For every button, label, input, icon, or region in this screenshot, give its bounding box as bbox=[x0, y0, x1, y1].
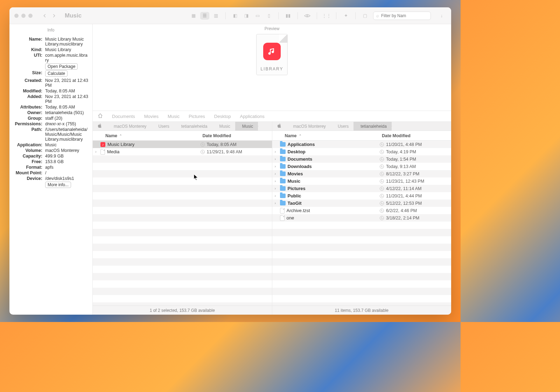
info-label: UTI: bbox=[13, 53, 42, 63]
table-row[interactable]: › Media 11/29/21, 9:48 AM bbox=[93, 148, 272, 155]
right-columns: Name ⌃ Date Modified bbox=[272, 131, 451, 141]
apple-icon[interactable] bbox=[98, 124, 102, 129]
favorite-item[interactable]: Pictures bbox=[189, 114, 205, 119]
path-crumb[interactable]: macOS Monterey bbox=[107, 122, 151, 131]
clipboard-icon[interactable]: ▢ bbox=[360, 12, 370, 20]
table-row[interactable]: › Pictures 4/12/22, 11:14 AM bbox=[272, 185, 451, 192]
info-header: Info bbox=[13, 26, 89, 36]
back-button[interactable] bbox=[41, 12, 49, 20]
file-name: Documents bbox=[288, 156, 313, 162]
path-crumb[interactable]: tetianaleheida bbox=[174, 122, 212, 131]
empty-row bbox=[272, 266, 451, 273]
disclosure-triangle-icon[interactable]: › bbox=[272, 179, 279, 183]
forward-button[interactable] bbox=[50, 12, 58, 20]
path-crumb[interactable]: Music bbox=[235, 122, 258, 131]
file-name: Archive.tzst bbox=[287, 208, 310, 213]
download-arrow-icon[interactable]: ↓ bbox=[437, 12, 446, 20]
clock-icon bbox=[380, 201, 384, 205]
eye-quicklook-icon[interactable] bbox=[303, 12, 312, 20]
col-name[interactable]: Name ⌃ bbox=[93, 133, 201, 138]
info-label: Volume: bbox=[13, 148, 42, 153]
info-label: Mount Point: bbox=[13, 170, 42, 175]
spanner-icon[interactable]: ✦ bbox=[341, 12, 350, 20]
info-label: Device: bbox=[13, 176, 42, 181]
table-row[interactable]: › Documents Today, 1:54 PM bbox=[272, 155, 451, 163]
empty-row bbox=[93, 155, 272, 163]
arrange-icon[interactable]: ⋮⋮ bbox=[322, 12, 331, 20]
pause-icon[interactable]: ▮▮ bbox=[284, 12, 293, 20]
folder-icon bbox=[280, 149, 286, 154]
calculate-button[interactable]: Calculate bbox=[45, 70, 68, 77]
empty-row bbox=[93, 258, 272, 266]
table-row[interactable]: › TaoGit 5/12/22, 12:53 PM bbox=[272, 200, 451, 207]
table-row[interactable]: › Music 11/23/21, 12:43 PM bbox=[272, 177, 451, 185]
disclosure-triangle-icon[interactable]: › bbox=[272, 194, 279, 198]
disclosure-triangle-icon[interactable]: › bbox=[272, 187, 279, 190]
empty-row bbox=[93, 177, 272, 185]
zoom-icon[interactable] bbox=[28, 14, 33, 18]
info-value: /dev/disk1s9s1 bbox=[45, 176, 89, 181]
disclosure-triangle-icon[interactable]: › bbox=[272, 172, 279, 176]
disclosure-triangle-icon[interactable]: › bbox=[272, 201, 279, 205]
path-crumb[interactable]: macOS Monterey bbox=[286, 122, 331, 131]
disclosure-triangle-icon[interactable]: › bbox=[272, 157, 279, 161]
col-name[interactable]: Name ⌃ bbox=[272, 133, 380, 138]
path-crumb[interactable]: tetianaleheida bbox=[354, 122, 392, 131]
sort-up-icon: ⌃ bbox=[119, 134, 122, 138]
more-info-button[interactable]: More info... bbox=[45, 182, 71, 188]
col-date-modified[interactable]: Date Modified bbox=[380, 133, 450, 138]
clock-icon bbox=[380, 194, 384, 198]
preview-header: Preview bbox=[265, 24, 280, 34]
col-date-modified[interactable]: Date Modified bbox=[201, 133, 271, 138]
search-field[interactable]: ⌕ bbox=[373, 12, 431, 20]
favorite-item[interactable]: Applications bbox=[240, 114, 265, 119]
window-title: Music bbox=[65, 12, 82, 19]
info-value: Nov 23, 2021 at 12:43 PM bbox=[45, 94, 89, 104]
close-icon[interactable] bbox=[14, 14, 19, 18]
empty-row bbox=[272, 236, 451, 244]
date-modified: Today, 4:19 PM bbox=[386, 149, 416, 154]
disclosure-triangle-icon[interactable]: › bbox=[272, 164, 279, 168]
table-row[interactable]: Applications 11/20/21, 4:48 PM bbox=[272, 141, 451, 148]
favorite-item[interactable]: Documents bbox=[112, 114, 135, 119]
minimize-icon[interactable] bbox=[21, 14, 26, 18]
table-row[interactable]: › Desktop Today, 4:19 PM bbox=[272, 148, 451, 155]
open-package-button[interactable]: Open Package bbox=[45, 63, 78, 70]
favorite-item[interactable]: Music bbox=[168, 114, 180, 119]
apple-icon[interactable] bbox=[277, 124, 281, 129]
table-row[interactable]: › Movies 8/12/22, 3:27 PM bbox=[272, 170, 451, 177]
home-icon[interactable] bbox=[98, 113, 103, 119]
split-left-icon[interactable]: ◧ bbox=[231, 12, 240, 20]
path-crumb[interactable]: Music bbox=[212, 122, 235, 131]
music-app-icon bbox=[263, 43, 281, 60]
empty-row bbox=[272, 251, 451, 258]
info-label: Permissions: bbox=[13, 121, 42, 126]
disclosure-triangle-icon[interactable]: › bbox=[272, 150, 279, 154]
table-row[interactable]: › Public 11/20/21, 4:44 PM bbox=[272, 192, 451, 200]
right-rows: Applications 11/20/21, 4:48 PM › Desktop… bbox=[272, 141, 451, 306]
empty-row bbox=[272, 229, 451, 236]
favorite-item[interactable]: Movies bbox=[144, 114, 159, 119]
path-crumb[interactable]: Users bbox=[331, 122, 354, 131]
split-right-icon[interactable]: ◨ bbox=[242, 12, 251, 20]
date-modified: Today, 9:13 AM bbox=[386, 164, 416, 169]
icon-view-icon[interactable]: ▦ bbox=[189, 12, 198, 20]
search-input[interactable] bbox=[381, 13, 428, 18]
table-row[interactable]: one 3/18/22, 2:14 PM bbox=[272, 214, 451, 222]
info-label: Owner: bbox=[13, 110, 42, 115]
disclosure-triangle-icon[interactable]: › bbox=[93, 150, 99, 154]
info-label: Path: bbox=[13, 127, 42, 142]
date-modified: 11/20/21, 4:48 PM bbox=[386, 142, 422, 147]
table-row[interactable]: Archive.tzst 6/2/22, 4:46 PM bbox=[272, 207, 451, 214]
info-value: Today, 8:05 AM bbox=[45, 89, 89, 93]
table-row[interactable]: › Downloads Today, 9:13 AM bbox=[272, 163, 451, 170]
favorite-item[interactable]: Desktop bbox=[214, 114, 231, 119]
table-row[interactable]: ♪Music Library Today, 8:05 AM bbox=[93, 141, 272, 148]
window-icon[interactable]: ▭ bbox=[253, 12, 262, 20]
nav-buttons bbox=[41, 12, 58, 20]
path-crumb[interactable]: Users bbox=[151, 122, 174, 131]
list-view-icon[interactable]: ☰ bbox=[200, 12, 209, 20]
clock-icon bbox=[380, 157, 384, 161]
panel-icon[interactable]: ▯ bbox=[264, 12, 273, 20]
column-view-icon[interactable]: ▥ bbox=[211, 12, 220, 20]
